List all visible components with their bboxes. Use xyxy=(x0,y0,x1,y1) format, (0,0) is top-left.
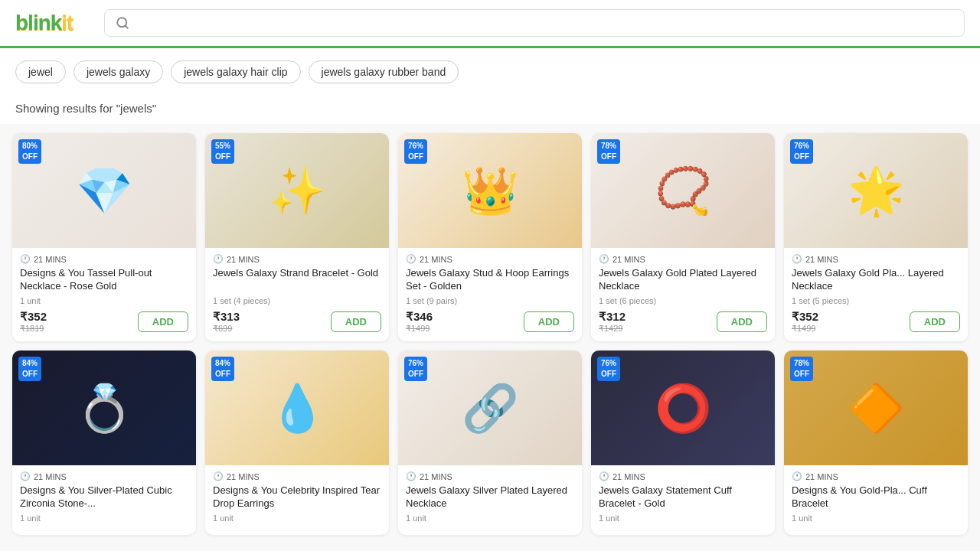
product-image-6: 84%OFF 💍 xyxy=(12,350,196,465)
current-price-3: ₹346 xyxy=(406,310,433,324)
delivery-time-8: 21 MINS xyxy=(420,472,452,481)
add-button-1[interactable]: ADD xyxy=(138,311,188,332)
prices-4: ₹312 ₹1429 xyxy=(599,310,626,334)
grid-container: 80%OFF 💎 🕐 21 MINS Designs & You Tassel … xyxy=(0,124,980,547)
header: blinkit jewels xyxy=(0,0,980,48)
product-info-8: 🕐 21 MINS Jewels Galaxy Silver Plated La… xyxy=(398,465,582,535)
product-unit-9: 1 unit xyxy=(599,514,767,523)
product-unit-2: 1 set (4 pieces) xyxy=(213,296,381,305)
product-name-2: Jewels Galaxy Strand Bracelet - Gold xyxy=(213,267,381,293)
clock-icon-2: 🕐 xyxy=(213,254,224,264)
product-name-9: Jewels Galaxy Statement Cuff Bracelet - … xyxy=(599,484,767,510)
logo[interactable]: blinkit xyxy=(15,11,92,35)
product-info-5: 🕐 21 MINS Jewels Galaxy Gold Pla... Laye… xyxy=(784,248,968,341)
product-card-7[interactable]: 84%OFF 💧 🕐 21 MINS Designs & You Celebri… xyxy=(205,350,389,535)
clock-icon-4: 🕐 xyxy=(599,254,609,264)
product-unit-1: 1 unit xyxy=(20,296,188,305)
product-name-6: Designs & You Silver-Plated Cubic Zircon… xyxy=(20,484,188,510)
product-unit-7: 1 unit xyxy=(213,514,381,523)
delivery-row-8: 🕐 21 MINS xyxy=(406,471,574,481)
product-card-9[interactable]: 76%OFF ⭕ 🕐 21 MINS Jewels Galaxy Stateme… xyxy=(591,350,775,535)
delivery-time-1: 21 MINS xyxy=(34,255,67,264)
discount-badge-7: 84%OFF xyxy=(211,357,234,381)
product-card-8[interactable]: 76%OFF 🔗 🕐 21 MINS Jewels Galaxy Silver … xyxy=(398,350,582,535)
add-button-5[interactable]: ADD xyxy=(910,311,960,332)
product-name-8: Jewels Galaxy Silver Plated Layered Neck… xyxy=(406,484,574,510)
delivery-time-5: 21 MINS xyxy=(805,255,838,264)
delivery-row-7: 🕐 21 MINS xyxy=(213,471,381,481)
product-name-1: Designs & You Tassel Pull-out Necklace -… xyxy=(20,267,188,293)
product-unit-8: 1 unit xyxy=(406,514,574,523)
product-name-7: Designs & You Celebrity Inspired Tear Dr… xyxy=(213,484,381,510)
original-price-5: ₹1499 xyxy=(792,324,818,334)
product-card-4[interactable]: 78%OFF 📿 🕐 21 MINS Jewels Galaxy Gold Pl… xyxy=(591,133,775,341)
delivery-time-3: 21 MINS xyxy=(420,255,452,264)
results-header: Showing results for "jewels" xyxy=(0,90,980,124)
discount-badge-8: 76%OFF xyxy=(404,357,427,381)
delivery-time-7: 21 MINS xyxy=(227,472,260,481)
product-info-3: 🕐 21 MINS Jewels Galaxy Stud & Hoop Earr… xyxy=(398,248,582,341)
product-unit-4: 1 set (6 pieces) xyxy=(599,296,767,305)
product-card-10[interactable]: 78%OFF 🔶 🕐 21 MINS Designs & You Gold-Pl… xyxy=(784,350,968,535)
price-row-3: ₹346 ₹1499 ADD xyxy=(406,310,574,334)
suggestion-chip-jewels-galaxy[interactable]: jewels galaxy xyxy=(74,60,163,83)
search-input[interactable]: jewels xyxy=(137,16,953,30)
product-info-7: 🕐 21 MINS Designs & You Celebrity Inspir… xyxy=(205,465,389,535)
prices-3: ₹346 ₹1499 xyxy=(406,310,433,334)
original-price-2: ₹699 xyxy=(213,324,240,334)
clock-icon-6: 🕐 xyxy=(20,471,31,481)
suggestion-chip-jewels-galaxy-hair-clip[interactable]: jewels galaxy hair clip xyxy=(171,60,300,83)
price-row-4: ₹312 ₹1429 ADD xyxy=(599,310,767,334)
suggestion-chip-jewel[interactable]: jewel xyxy=(15,60,66,83)
clock-icon-1: 🕐 xyxy=(20,254,31,264)
add-button-2[interactable]: ADD xyxy=(331,311,381,332)
product-image-5: 76%OFF 🌟 xyxy=(784,133,968,248)
product-image-8: 76%OFF 🔗 xyxy=(398,350,582,465)
product-card-5[interactable]: 76%OFF 🌟 🕐 21 MINS Jewels Galaxy Gold Pl… xyxy=(784,133,968,341)
product-card-6[interactable]: 84%OFF 💍 🕐 21 MINS Designs & You Silver-… xyxy=(12,350,196,535)
product-info-4: 🕐 21 MINS Jewels Galaxy Gold Plated Laye… xyxy=(591,248,775,341)
product-info-10: 🕐 21 MINS Designs & You Gold-Pla... Cuff… xyxy=(784,465,968,535)
product-image-1: 80%OFF 💎 xyxy=(12,133,196,248)
prices-2: ₹313 ₹699 xyxy=(213,310,240,334)
suggestions-bar: jewel jewels galaxy jewels galaxy hair c… xyxy=(0,48,980,90)
clock-icon-8: 🕐 xyxy=(406,471,416,481)
product-image-2: 55%OFF ✨ xyxy=(205,133,389,248)
product-unit-5: 1 set (5 pieces) xyxy=(792,296,960,305)
product-info-9: 🕐 21 MINS Jewels Galaxy Statement Cuff B… xyxy=(591,465,775,535)
product-card-2[interactable]: 55%OFF ✨ 🕐 21 MINS Jewels Galaxy Strand … xyxy=(205,133,389,341)
discount-badge-9: 76%OFF xyxy=(597,357,620,381)
product-unit-10: 1 unit xyxy=(792,514,960,523)
product-info-2: 🕐 21 MINS Jewels Galaxy Strand Bracelet … xyxy=(205,248,389,341)
suggestion-chip-jewels-galaxy-rubber-band[interactable]: jewels galaxy rubber band xyxy=(309,60,459,83)
product-info-6: 🕐 21 MINS Designs & You Silver-Plated Cu… xyxy=(12,465,196,535)
product-name-4: Jewels Galaxy Gold Plated Layered Neckla… xyxy=(599,267,767,293)
original-price-3: ₹1499 xyxy=(406,324,433,334)
product-card-3[interactable]: 76%OFF 👑 🕐 21 MINS Jewels Galaxy Stud & … xyxy=(398,133,582,341)
current-price-5: ₹352 xyxy=(792,310,818,324)
product-grid-row1: 80%OFF 💎 🕐 21 MINS Designs & You Tassel … xyxy=(12,124,968,341)
product-grid-row2: 84%OFF 💍 🕐 21 MINS Designs & You Silver-… xyxy=(12,341,968,535)
add-button-4[interactable]: ADD xyxy=(717,311,767,332)
product-card-1[interactable]: 80%OFF 💎 🕐 21 MINS Designs & You Tassel … xyxy=(12,133,196,341)
discount-badge-10: 78%OFF xyxy=(790,357,813,381)
discount-badge-2: 55%OFF xyxy=(211,139,234,164)
current-price-2: ₹313 xyxy=(213,310,240,324)
discount-badge-5: 76%OFF xyxy=(790,139,813,164)
price-row-1: ₹352 ₹1819 ADD xyxy=(20,310,188,334)
prices-1: ₹352 ₹1819 xyxy=(20,310,47,334)
delivery-row-9: 🕐 21 MINS xyxy=(599,471,767,481)
delivery-row-2: 🕐 21 MINS xyxy=(213,254,381,264)
current-price-1: ₹352 xyxy=(20,310,47,324)
add-button-3[interactable]: ADD xyxy=(524,311,574,332)
svg-line-1 xyxy=(125,25,127,28)
delivery-row-1: 🕐 21 MINS xyxy=(20,254,188,264)
product-name-3: Jewels Galaxy Stud & Hoop Earrings Set -… xyxy=(406,267,574,293)
delivery-row-4: 🕐 21 MINS xyxy=(599,254,767,264)
delivery-time-9: 21 MINS xyxy=(612,472,645,481)
product-unit-6: 1 unit xyxy=(20,514,188,523)
product-image-7: 84%OFF 💧 xyxy=(205,350,389,465)
delivery-time-2: 21 MINS xyxy=(227,255,260,264)
clock-icon-5: 🕐 xyxy=(792,254,802,264)
prices-5: ₹352 ₹1499 xyxy=(792,310,818,334)
